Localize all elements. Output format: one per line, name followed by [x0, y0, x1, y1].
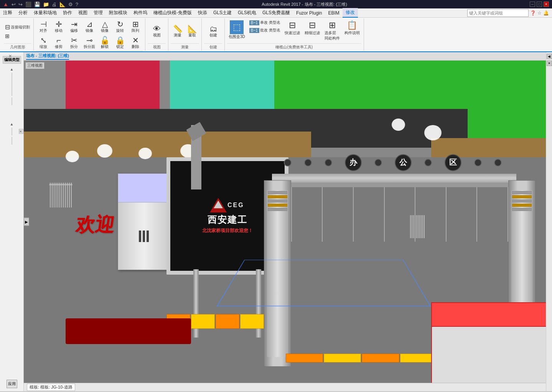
menu-fuzor[interactable]: Fuzor Plugin	[293, 9, 325, 17]
app-icon: ▲	[3, 1, 8, 7]
delete-btn[interactable]: ✕删除	[128, 35, 143, 51]
modify-buttons: ⊣对齐 ✛移动 ⇥偏移 ⊿镜像 △镜像 ↻旋转 ⊞阵列 ⤡缩放 ⌐修剪 ✂拆分 …	[36, 19, 143, 51]
measure-element-btn[interactable]: 📐量取	[185, 24, 199, 39]
rotate-btn[interactable]: ↻旋转	[113, 19, 127, 35]
split-face-btn[interactable]: ⊸拆分面	[82, 35, 97, 51]
scale-btn[interactable]: ⤡缩放	[36, 35, 51, 51]
viewport-tab: 场布 - 三维视图: (三维)	[24, 52, 546, 61]
view-scale-btn[interactable]: 三维视图	[25, 62, 44, 69]
geometry-buttons: ⊟ 连接端切割 ⊞	[4, 19, 31, 43]
app-title: Autodesk Revit 2017 - 场布 - 三维视图: (三维)	[262, 2, 347, 7]
shrub-2	[97, 144, 112, 158]
mirror-draw-btn[interactable]: △镜像	[97, 19, 112, 35]
menu-view[interactable]: 视图	[75, 8, 91, 17]
collapse-down-arrow[interactable]: ▲	[9, 121, 15, 127]
view-group-label: 视图	[148, 43, 166, 50]
qa-redo[interactable]: ↪	[18, 1, 23, 8]
title-left: ▲ ↩ ↪ ⬛ 💾 📁 🖨 📐 ⚙ ?	[3, 1, 79, 8]
menu-quickadd[interactable]: 快添	[195, 8, 210, 17]
menu-massing[interactable]: 体量和场地	[31, 8, 60, 17]
star-icon: ☆	[537, 10, 542, 16]
right-close-x[interactable]: ✕	[547, 61, 552, 66]
bbox3d-btn[interactable]: ⬚ 包围盒3D	[227, 19, 247, 41]
qa-print[interactable]: 🖨	[51, 1, 58, 8]
offset-btn[interactable]: ⇥偏移	[67, 19, 81, 35]
element-desc-btn[interactable]: 📋 构件说明	[343, 19, 361, 37]
shrub-6	[392, 119, 405, 131]
qa-help[interactable]: ?	[75, 1, 79, 8]
menu-collaborate[interactable]: 协作	[60, 8, 75, 17]
status-bar: 模板: 模板: JG-10-道路	[24, 383, 546, 391]
move-btn[interactable]: ✛移动	[51, 19, 66, 35]
lock-btn[interactable]: 🔒锁定	[113, 35, 127, 51]
minimize-button[interactable]: ─	[530, 2, 535, 7]
menu-addins[interactable]: 附加模块	[106, 8, 130, 17]
viewport[interactable]: 场布 - 三维视图: (三维)	[24, 52, 546, 391]
qa-open[interactable]: 📁	[42, 1, 50, 8]
panel-x-close[interactable]: ✕	[19, 129, 23, 134]
window-controls: ─ □ ✕	[530, 2, 549, 7]
red-calligraphy: 欢迎	[74, 212, 116, 238]
panel-close-icon[interactable]: ✕	[8, 54, 12, 59]
connect-btn[interactable]: ⊞	[4, 32, 31, 40]
maximize-button[interactable]: □	[537, 2, 542, 7]
qa-save[interactable]: 💾	[33, 1, 41, 8]
menu-olive[interactable]: 橄榄山快模-免费版	[150, 8, 195, 17]
olive-buttons: ⬚ 包围盒3D B~1 单改 类型名 B~1 批改 类型名 ⊟ 快速过滤 ⊟	[227, 19, 361, 43]
search-input[interactable]	[467, 9, 529, 17]
menu-ebim[interactable]: EBIM	[325, 9, 342, 17]
shrub-5	[424, 125, 442, 140]
align-btn[interactable]: ⊣对齐	[36, 19, 51, 35]
quick-filter-btn[interactable]: ⊟ 快速过滤	[283, 19, 302, 37]
scene-3d: CEG 西安建工 北沈家桥项目部欢迎您！	[24, 61, 546, 383]
menu-annotate[interactable]: 注释	[0, 8, 15, 17]
measure-buttons: 📏测量 📐量取	[171, 19, 199, 43]
qa-measure[interactable]: 📐	[59, 1, 66, 8]
trim-btn[interactable]: ⌐修剪	[51, 35, 66, 51]
billboard-subtitle: 北沈家桥项目部欢迎您！	[202, 227, 253, 234]
left-properties-panel: ✕ 编辑类型 ▲ ▲ 应用 ✕	[0, 52, 24, 391]
ribbon-group-create: 🗂创建 创建	[202, 18, 225, 51]
right-collapse-arrow-top[interactable]: ◀	[547, 54, 552, 59]
menu-manage[interactable]: 管理	[91, 8, 106, 17]
single-modify-btn[interactable]: B~1 单改 类型名	[248, 19, 282, 26]
quick-access-toolbar: ↩ ↪ ⬛ 💾 📁 🖨 📐 ⚙ ?	[11, 1, 79, 8]
menu-analyze[interactable]: 分析	[15, 8, 31, 17]
menu-modify[interactable]: 修改	[343, 8, 358, 18]
bell-icon: 🔔	[543, 10, 549, 16]
arch-char-qu: 区	[445, 154, 461, 171]
qa-undo[interactable]: ↩	[11, 1, 16, 8]
create-group-btn[interactable]: 🗂创建	[206, 24, 220, 39]
qa-new[interactable]: ⬛	[25, 1, 32, 8]
arch-char-ban: 办	[345, 154, 362, 171]
arch-ball-row: 办 公 区	[277, 154, 508, 171]
company-name: 西安建工	[208, 214, 247, 226]
ribbon-content: ⊟ 连接端切割 ⊞ 几何图形 ⊣对齐 ✛移动 ⇥偏移 ⊿镜像 △镜像 ↻旋转 ⊞…	[0, 18, 552, 51]
view-btn[interactable]: 👁视图	[150, 24, 164, 39]
fine-filter-btn[interactable]: ⊟ 精细过滤	[303, 19, 321, 37]
menu-components[interactable]: 构件坞	[130, 8, 150, 17]
cut-geometry-btn[interactable]: ⊟ 连接端切割	[4, 23, 31, 31]
left-collapse-arrow[interactable]: ▶	[24, 218, 29, 226]
menu-gls-free[interactable]: GLS免费嘉醚	[259, 8, 293, 17]
qa-settings[interactable]: ⚙	[68, 1, 74, 8]
arch-char-gong: 公	[395, 154, 412, 171]
apply-button[interactable]: 应用	[7, 380, 17, 388]
shrub-3	[138, 148, 152, 159]
batch-modify-btn[interactable]: B~1 批改 类型名	[248, 27, 282, 34]
close-button[interactable]: ✕	[544, 2, 549, 7]
array-btn[interactable]: ⊞阵列	[128, 19, 143, 35]
collapse-up-arrow[interactable]: ▲	[9, 66, 15, 72]
mirror-pick-btn[interactable]: ⊿镜像	[82, 19, 97, 35]
measure-distance-btn[interactable]: 📏测量	[171, 24, 185, 39]
edit-type-label: 编辑类型	[3, 56, 21, 64]
menu-gls-mep[interactable]: GLS机电	[235, 8, 259, 17]
unlock-btn[interactable]: 🔓解锁	[97, 35, 112, 51]
split-btn[interactable]: ✂拆分	[67, 35, 81, 51]
building-corner	[431, 302, 546, 383]
view-buttons: 👁视图	[150, 19, 164, 43]
viewport-controls: 三维视图	[24, 61, 46, 71]
ribbon-group-olive: ⬚ 包围盒3D B~1 单改 类型名 B~1 批改 类型名 ⊟ 快速过滤 ⊟	[225, 18, 364, 51]
menu-gls-civil[interactable]: GLS土建	[210, 8, 235, 17]
multilayer-btn[interactable]: ⊞ 选多层同处构件	[323, 19, 341, 42]
